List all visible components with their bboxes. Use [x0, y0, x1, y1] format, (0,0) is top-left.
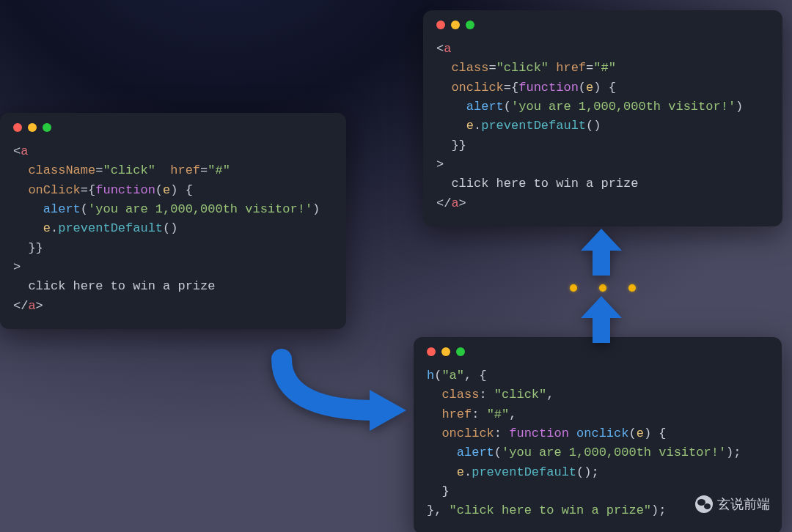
svg-marker-0 — [370, 390, 406, 431]
wechat-icon — [695, 495, 713, 513]
code-card-html: <a class="click" href="#" onclick={funct… — [423, 10, 782, 226]
ellipsis-icon — [570, 284, 636, 292]
svg-marker-2 — [581, 229, 622, 276]
zoom-icon — [43, 123, 51, 132]
dot-icon — [570, 284, 577, 292]
code-block: <a class="click" href="#" onclick={funct… — [436, 40, 769, 213]
window-lights — [13, 123, 333, 132]
code-card-jsx: <a className="click" href="#" onClick={f… — [0, 113, 346, 329]
dot-icon — [628, 284, 636, 292]
wechat-badge: 玄说前端 — [695, 495, 770, 513]
close-icon — [427, 347, 436, 356]
arrow-curved-icon — [260, 337, 421, 432]
window-lights — [436, 21, 769, 29]
window-lights — [427, 347, 769, 356]
arrow-up-icon — [579, 296, 623, 343]
close-icon — [436, 21, 445, 29]
dot-icon — [599, 284, 606, 292]
arrow-up-icon — [579, 229, 623, 276]
svg-marker-1 — [581, 296, 622, 343]
zoom-icon — [456, 347, 465, 356]
badge-text: 玄说前端 — [717, 495, 770, 513]
minimize-icon — [441, 347, 450, 356]
minimize-icon — [451, 21, 460, 29]
close-icon — [13, 123, 22, 132]
code-block: <a className="click" href="#" onClick={f… — [13, 142, 333, 316]
minimize-icon — [28, 123, 37, 132]
zoom-icon — [466, 21, 474, 29]
